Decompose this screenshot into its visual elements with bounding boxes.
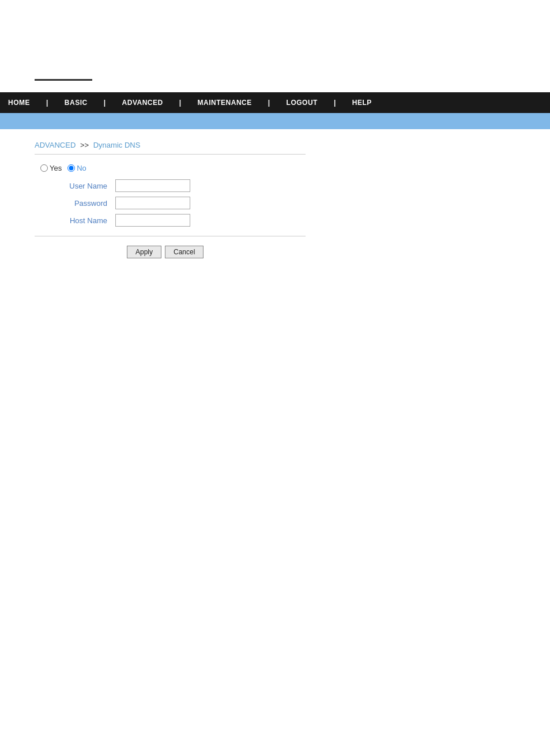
hostname-label: Host Name (40, 216, 115, 225)
blue-bar (0, 113, 550, 129)
nav-bar: HOME | BASIC | ADVANCED | MAINTENANCE | … (0, 92, 550, 113)
logo-line (35, 79, 92, 81)
radio-group: Yes No (40, 164, 515, 172)
button-row: Apply Cancel (127, 246, 515, 258)
radio-no-label[interactable]: No (67, 164, 86, 172)
password-label: Password (40, 199, 115, 208)
nav-home[interactable]: HOME (0, 92, 38, 113)
top-divider (35, 154, 306, 155)
hostname-input[interactable] (115, 214, 190, 227)
nav-help[interactable]: HELP (344, 92, 380, 113)
radio-yes[interactable] (40, 164, 48, 172)
breadcrumb-current: Dynamic DNS (93, 141, 141, 149)
username-input[interactable] (115, 179, 190, 192)
radio-yes-text: Yes (50, 164, 62, 172)
nav-sep-4: | (260, 92, 278, 113)
breadcrumb-parent[interactable]: ADVANCED (35, 141, 76, 149)
form-section: Yes No User Name Password Host Name (40, 164, 515, 227)
nav-basic[interactable]: BASIC (56, 92, 96, 113)
breadcrumb-separator: >> (80, 141, 89, 149)
password-row: Password (40, 197, 515, 209)
cancel-button[interactable]: Cancel (165, 246, 204, 258)
nav-sep-3: | (171, 92, 190, 113)
radio-yes-label[interactable]: Yes (40, 164, 62, 172)
content-area: ADVANCED >> Dynamic DNS Yes No User Name… (0, 129, 550, 270)
bottom-divider (35, 236, 306, 236)
hostname-row: Host Name (40, 214, 515, 227)
nav-logout[interactable]: LOGOUT (278, 92, 326, 113)
top-bar (0, 0, 550, 92)
username-row: User Name (40, 179, 515, 192)
nav-sep-5: | (326, 92, 344, 113)
nav-sep-2: | (96, 92, 114, 113)
radio-no-text: No (77, 164, 86, 172)
logo-area (0, 62, 127, 92)
apply-button[interactable]: Apply (127, 246, 161, 258)
password-input[interactable] (115, 197, 190, 209)
nav-sep-1: | (38, 92, 56, 113)
radio-no[interactable] (67, 164, 75, 172)
username-label: User Name (40, 182, 115, 190)
breadcrumb: ADVANCED >> Dynamic DNS (35, 141, 515, 149)
nav-maintenance[interactable]: MAINTENANCE (190, 92, 260, 113)
nav-advanced[interactable]: ADVANCED (114, 92, 171, 113)
